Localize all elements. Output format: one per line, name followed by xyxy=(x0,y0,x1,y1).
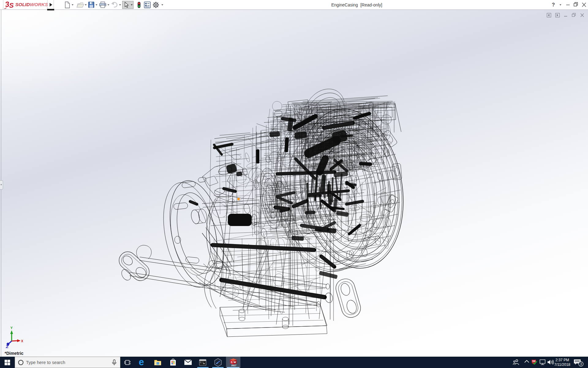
svg-text:X: X xyxy=(21,339,23,343)
svg-text:Y: Y xyxy=(10,326,13,330)
svg-text:S: S xyxy=(231,361,233,364)
svg-text:C:\: C:\ xyxy=(200,361,204,364)
svg-text:SW: SW xyxy=(532,360,536,362)
svg-text:3: 3 xyxy=(580,362,582,366)
svg-text:S: S xyxy=(9,2,14,9)
svg-text:W: W xyxy=(234,361,236,364)
svg-text:2017: 2017 xyxy=(231,364,236,367)
